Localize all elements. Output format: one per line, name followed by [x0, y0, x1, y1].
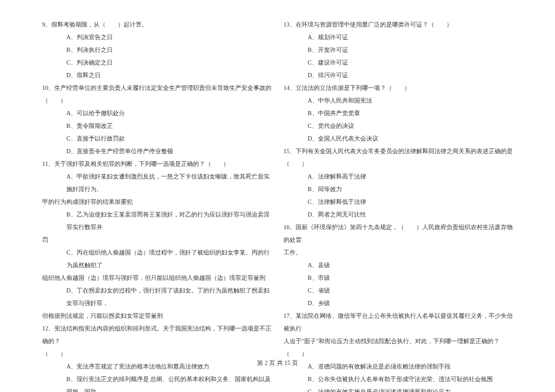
q15-opt-b: B、同等效力	[284, 183, 513, 195]
q17-opt-b: B、公布失信被执行人名单有助于形成守法光荣、违法可耻的社会氛围	[284, 373, 513, 385]
q14-opt-d: D、全国人民代表大会决议	[284, 132, 513, 145]
q16-opt-b: B、市级	[284, 271, 513, 284]
q9-opt-a: A、判决宣告之日	[42, 31, 271, 43]
q10: 10、生产经营单位的主要负责人未履行法定安全生产管理职责但未导致生产安全事故的（…	[42, 81, 271, 107]
q9-opt-c: C、判决确定之日	[42, 56, 271, 69]
q11-opt-d-cont: 但根据刑法规定，只能以拐卖妇女罪定罪量刑	[42, 309, 271, 322]
q10-opt-a: A、可以给予撤职处分	[42, 107, 271, 119]
q10-opt-d: D、直接责令生产经营单位停产停业整顿	[42, 145, 271, 157]
q10-opt-c: C、直接予以行政罚款	[42, 132, 271, 145]
q14-opt-b: B、中国共产党党章	[284, 107, 513, 119]
q15: 15、下列有关全国人民代表大会常务委员会的法律解释同法律之间关系的表述正确的是（…	[284, 145, 513, 170]
left-column: 9、假释考验期限，从（ ）起计算。 A、判决宣告之日 B、判决执行之日 C、判决…	[36, 18, 278, 344]
page-content: 9、假释考验期限，从（ ）起计算。 A、判决宣告之日 B、判决执行之日 C、判决…	[0, 0, 555, 356]
q16-opt-c: C、省级	[284, 284, 513, 297]
q17: 17、某法院在网络、微信等平台上公布失信被执行人名单以督促其履行义务，不少失信被…	[284, 309, 513, 335]
q9: 9、假释考验期限，从（ ）起计算。	[42, 18, 271, 31]
q14-opt-c: C、党代会的决议	[284, 119, 513, 132]
q9-opt-b: B、判决执行之日	[42, 43, 271, 56]
q15-opt-c: C、法律解释低于法律	[284, 195, 513, 208]
q17-opt-c: C、法律的有效实施总是必须诉诸道德谴责和舆论压力	[284, 385, 513, 392]
q11: 11、关于强奸罪及相关犯罪的判断，下列哪一选项是正确的？（ ）	[42, 157, 271, 170]
q12-cont: （ ）	[42, 347, 271, 360]
q13-opt-b: B、开发许可证	[284, 43, 513, 56]
right-column: 13、在环境与资源管理中使用最广泛的是哪类许可证？（ ） A、规划许可证 B、开…	[278, 18, 519, 344]
q15-opt-a: A、法律解释高于法律	[284, 170, 513, 183]
q14-opt-a: A、中华人民共和国宪法	[284, 94, 513, 107]
q11-opt-a-cont: 甲的行为构成强奸罪的结果加重犯	[42, 195, 271, 208]
q10-opt-b: B、责令限期改正	[42, 119, 271, 132]
q13: 13、在环境与资源管理中使用最广泛的是哪类许可证？（ ）	[284, 18, 513, 31]
q12-opt-a: A、宪法序言规定了宪法的根本法地位和最高法律效力	[42, 360, 271, 373]
q17-cont: 人迫于"面子"和舆论压力主动找到法院配合执行。对此，下列哪一理解是正确的？（ ）	[284, 335, 513, 360]
q12-opt-b: B、现行宪法正文的排列顺序是 总纲、公民的基本权利和义务、国家机构以及国旗、国歌…	[42, 373, 271, 392]
q16-cont: 工作。	[284, 246, 513, 259]
q9-opt-d: D、假释之日	[42, 69, 271, 81]
q11-opt-a: A、甲欲强奸某妇女遭到激烈反抗，一怒之下卡住该妇女喉咙，致其死亡后实施奸淫行为。	[42, 170, 271, 195]
q16-opt-a: A、县级	[284, 259, 513, 271]
q11-opt-d: D、丁在拐卖妇女的过程中，强行奸淫了该妇女。丁的行为虽然触犯了拐卖妇女罪与强奸罪…	[42, 284, 271, 309]
q13-opt-c: C、建设许可证	[284, 56, 513, 69]
q15-opt-d: D、两者之间无可比性	[284, 208, 513, 221]
q13-opt-d: D、排污许可证	[284, 69, 513, 81]
q11-opt-b: B、乙为迫使妇女王某卖淫而将王某强奸，对乙的行为应以强奸罪与强迫卖淫罪实行数罪并	[42, 208, 271, 233]
q14: 14、立法法的立法依据是下列哪一项？（ ）	[284, 81, 513, 94]
q11-opt-c: C、丙在组织他人偷越国（边）境过程中，强奸了被组织的妇女李某。丙的行为虽然触犯了	[42, 246, 271, 271]
q11-opt-b-cont: 罚	[42, 233, 271, 246]
q13-opt-a: A、规划许可证	[284, 31, 513, 43]
q12: 12、宪法结构指宪法内容的组织和排列形式。关于我国宪法结构，下列哪一选项是不正确…	[42, 322, 271, 347]
q16: 16、国新《环境保护法》第四十九条规定，（ ）人民政府负责组织农村生活废弃物的处…	[284, 221, 513, 246]
q11-opt-c-cont: 组织他人偷越国（边）境罪与强奸罪，但只能以组织他人偷越国（边）境罪定罪量刑	[42, 271, 271, 284]
q17-opt-a: A、道德问题的有效解决总是必须依赖法律的强制手段	[284, 360, 513, 373]
q16-opt-d: D、乡级	[284, 297, 513, 309]
